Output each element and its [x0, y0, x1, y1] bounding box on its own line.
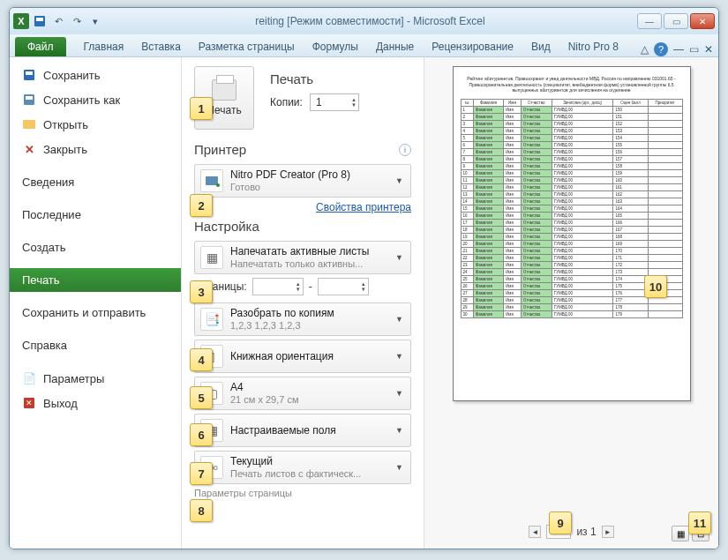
page-setup-link[interactable]: Параметры страницы	[194, 488, 411, 498]
page-of-label: из 1	[576, 526, 596, 538]
sheets-icon: ▦	[200, 246, 223, 269]
ribbon-window-max-icon[interactable]: ▭	[689, 43, 699, 56]
collate-icon: 📑	[200, 308, 223, 331]
copies-label: Копии:	[270, 96, 303, 108]
collate-dropdown[interactable]: 📑 Разобрать по копиям 1,2,3 1,2,3 1,2,3 …	[194, 302, 411, 336]
tab-review[interactable]: Рецензирование	[423, 37, 522, 56]
margins-dropdown[interactable]: ▦ Настраиваемые поля ▼	[194, 414, 411, 447]
tab-insert[interactable]: Вставка	[132, 37, 190, 56]
tab-home[interactable]: Главная	[75, 37, 133, 56]
tab-data[interactable]: Данные	[367, 37, 423, 56]
menu-new[interactable]: Создать	[10, 235, 181, 259]
tab-page-layout[interactable]: Разметка страницы	[190, 37, 304, 56]
folder-icon	[22, 117, 36, 131]
menu-exit[interactable]: ✕Выход	[10, 391, 181, 415]
file-tab[interactable]: Файл	[15, 37, 66, 56]
options-icon: 📄	[22, 371, 36, 385]
print-heading: Печать	[270, 71, 359, 86]
printer-dropdown[interactable]: Nitro PDF Creator (Pro 8) Готово ▼	[194, 164, 411, 198]
printer-properties-link[interactable]: Свойства принтера	[194, 201, 411, 213]
callout-8: 8	[190, 499, 213, 522]
saveas-icon	[22, 93, 36, 107]
chevron-down-icon: ▼	[394, 176, 405, 185]
titlebar: X ↶ ↷ ▾ reiting [Режим совместимости] - …	[10, 8, 718, 34]
quick-access-toolbar: X ↶ ↷ ▾	[13, 13, 103, 29]
menu-open[interactable]: Открыть	[10, 112, 181, 137]
callout-11: 11	[688, 511, 711, 534]
paper-size-dropdown[interactable]: ▢ A4 21 см x 29,7 см ▼	[194, 377, 411, 410]
app-window: X ↶ ↷ ▾ reiting [Режим совместимости] - …	[9, 7, 719, 549]
maximize-button[interactable]: ▭	[664, 13, 688, 29]
ribbon-tabs: Файл Главная Вставка Разметка страницы Ф…	[10, 34, 718, 57]
ribbon-window-close-icon[interactable]: ✕	[704, 43, 713, 56]
tab-view[interactable]: Вид	[522, 37, 559, 56]
menu-info[interactable]: Сведения	[10, 170, 181, 194]
pages-from-input[interactable]: ▲▼	[252, 278, 304, 295]
callout-6: 6	[190, 423, 213, 446]
prev-page-button[interactable]: ◄	[529, 526, 541, 538]
close-button[interactable]: ✕	[690, 13, 715, 29]
undo-icon[interactable]: ↶	[50, 13, 66, 29]
tab-nitro[interactable]: Nitro Pro 8	[559, 37, 627, 56]
chevron-down-icon: ▼	[394, 253, 405, 262]
print-what-dropdown[interactable]: ▦ Напечатать активные листы Напечатать т…	[194, 241, 411, 274]
scaling-dropdown[interactable]: 100 Текущий Печать листов с фактическ...…	[194, 451, 411, 484]
backstage-menu: Сохранить Сохранить как Открыть ✕Закрыть…	[10, 57, 182, 549]
orientation-dropdown[interactable]: ▯ Книжная ориентация ▼	[194, 340, 411, 373]
printer-heading: Принтер	[194, 142, 411, 157]
callout-4: 4	[190, 348, 213, 371]
printer-icon	[212, 79, 236, 101]
qat-more-icon[interactable]: ▾	[87, 13, 103, 29]
window-title: reiting [Режим совместимости] - Microsof…	[103, 15, 637, 27]
ribbon-window-min-icon[interactable]: —	[673, 43, 684, 56]
close-doc-icon: ✕	[22, 142, 36, 156]
menu-save-send[interactable]: Сохранить и отправить	[10, 301, 181, 325]
copies-input[interactable]: 1 ▲▼	[310, 93, 359, 111]
minimize-button[interactable]: —	[637, 13, 662, 29]
callout-3: 3	[190, 280, 213, 303]
chevron-down-icon: ▼	[394, 352, 405, 361]
callout-7: 7	[190, 462, 213, 485]
print-settings-panel: Печать Печать Копии: 1 ▲▼ i Принтер	[182, 57, 424, 549]
save-icon	[22, 68, 36, 82]
menu-recent[interactable]: Последние	[10, 203, 181, 227]
callout-9: 9	[549, 511, 572, 534]
callout-10: 10	[644, 275, 667, 298]
chevron-down-icon: ▼	[394, 426, 405, 435]
chevron-down-icon: ▼	[394, 463, 405, 472]
chevron-down-icon: ▼	[394, 315, 405, 324]
preview-page: Рейтинг абитуриентов. Правоохранит и уве…	[453, 66, 691, 401]
info-icon[interactable]: i	[399, 144, 411, 156]
callout-2: 2	[190, 194, 213, 217]
redo-icon[interactable]: ↷	[69, 13, 85, 29]
printer-device-icon	[200, 169, 223, 192]
next-page-button[interactable]: ►	[602, 526, 614, 538]
chevron-down-icon: ▼	[394, 389, 405, 398]
tab-formulas[interactable]: Формулы	[304, 37, 367, 56]
show-margins-button[interactable]: ▦	[672, 526, 689, 541]
excel-icon[interactable]: X	[13, 13, 29, 29]
pages-to-input[interactable]: ▲▼	[318, 278, 369, 295]
pages-range: Страницы: ▲▼ - ▲▼	[194, 278, 411, 295]
menu-close[interactable]: ✕Закрыть	[10, 137, 181, 161]
callout-5: 5	[190, 386, 213, 409]
ribbon-minimize-icon[interactable]: △	[641, 43, 649, 56]
menu-print[interactable]: Печать	[10, 268, 181, 292]
menu-options[interactable]: 📄Параметры	[10, 366, 181, 391]
settings-heading: Настройка	[194, 219, 411, 234]
save-icon[interactable]	[32, 13, 48, 29]
callout-1: 1	[190, 97, 213, 120]
backstage: Сохранить Сохранить как Открыть ✕Закрыть…	[10, 57, 718, 549]
menu-save-as[interactable]: Сохранить как	[10, 87, 181, 112]
exit-icon: ✕	[22, 396, 36, 410]
help-icon[interactable]: ?	[654, 42, 668, 56]
menu-save[interactable]: Сохранить	[10, 63, 181, 87]
print-preview: Рейтинг абитуриентов. Правоохранит и уве…	[424, 57, 718, 549]
menu-help[interactable]: Справка	[10, 333, 181, 357]
